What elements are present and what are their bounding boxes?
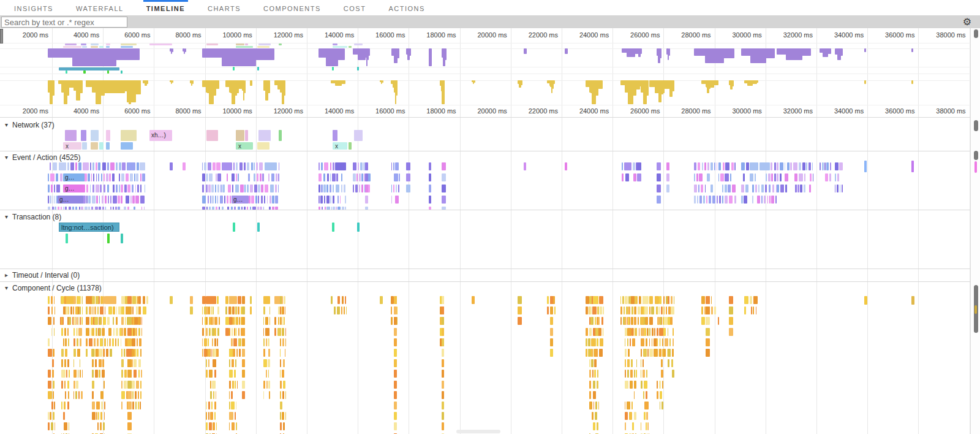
flame-bar[interactable] (625, 296, 628, 304)
minimap-network-bar[interactable] (91, 46, 98, 48)
minimap-network-bar[interactable] (82, 46, 87, 48)
flame-bar[interactable] (92, 370, 94, 378)
flame-bar[interactable] (636, 328, 637, 336)
minimap-network-bar[interactable] (91, 44, 99, 45)
flame-bar[interactable] (280, 359, 281, 367)
minimap-component-spike[interactable] (646, 80, 649, 96)
flame-bar[interactable] (138, 370, 140, 378)
flame-bar[interactable] (597, 381, 598, 389)
flame-bar[interactable] (263, 381, 265, 389)
flame-bar[interactable] (593, 391, 596, 399)
flame-bar[interactable] (140, 381, 141, 389)
flame-bar[interactable] (250, 185, 253, 192)
flame-bar[interactable] (632, 422, 634, 430)
minimap-network-bar[interactable] (236, 44, 244, 45)
flame-bar[interactable] (88, 196, 90, 204)
flame-bar[interactable] (216, 328, 216, 336)
flame-bar[interactable] (220, 196, 224, 204)
flame-bar[interactable] (215, 185, 216, 192)
flame-bar[interactable] (278, 317, 279, 325)
flame-bar[interactable] (282, 370, 284, 378)
flame-bar[interactable] (345, 296, 346, 304)
flame-bar[interactable] (145, 185, 145, 192)
minimap-event-spike[interactable] (185, 48, 186, 52)
event-bar-labeled[interactable]: g… (63, 173, 85, 181)
flame-bar[interactable] (663, 296, 665, 304)
flame-bar[interactable] (755, 173, 756, 181)
flame-bar[interactable] (119, 173, 120, 181)
flame-bar[interactable] (75, 306, 78, 314)
flame-bar[interactable] (121, 338, 122, 346)
flame-bar[interactable] (214, 338, 216, 346)
flame-bar[interactable] (663, 306, 664, 314)
flame-bar[interactable] (121, 370, 123, 378)
flame-bar[interactable] (107, 317, 110, 325)
flame-bar[interactable] (631, 402, 633, 409)
minimap-network-bar[interactable] (106, 44, 110, 45)
flame-bar[interactable] (206, 412, 207, 420)
flame-bar[interactable] (282, 306, 284, 314)
minimap-event-spike[interactable] (669, 48, 670, 56)
flame-bar[interactable] (625, 422, 626, 430)
flame-bar[interactable] (591, 338, 595, 346)
flame-bar[interactable] (279, 162, 279, 170)
flame-bar[interactable] (82, 306, 83, 314)
flame-bar[interactable] (333, 162, 334, 170)
flame-bar[interactable] (785, 173, 788, 181)
flame-bar[interactable] (127, 296, 132, 304)
flame-bar[interactable] (394, 328, 397, 336)
flame-bar[interactable] (641, 381, 643, 389)
horizontal-scrollbar-thumb[interactable] (456, 430, 500, 433)
flame-bar[interactable] (761, 185, 764, 192)
flame-bar[interactable] (318, 185, 320, 192)
flame-bar[interactable] (103, 317, 105, 325)
flame-bar[interactable] (622, 296, 624, 304)
flame-bar[interactable] (335, 162, 346, 170)
flame-bar[interactable] (113, 185, 115, 192)
flame-bar[interactable] (238, 296, 241, 304)
flame-bar[interactable] (229, 381, 231, 389)
flame-bar[interactable] (99, 359, 102, 367)
flame-bar[interactable] (380, 296, 383, 304)
event-bar-labeled[interactable]: g… (232, 196, 249, 204)
flame-bar[interactable] (429, 207, 431, 210)
minimap-component-spike[interactable] (172, 80, 173, 83)
flame-bar[interactable] (208, 162, 212, 170)
flame-bar[interactable] (91, 207, 93, 210)
minimap-event-spike[interactable] (445, 48, 447, 60)
flame-bar[interactable] (263, 391, 264, 399)
minimap-event-spike[interactable] (864, 48, 866, 52)
flame-bar[interactable] (711, 306, 713, 314)
flame-bar[interactable] (127, 162, 135, 170)
flame-bar[interactable] (442, 173, 446, 181)
flame-bar[interactable] (242, 338, 245, 346)
flame-bar[interactable] (643, 391, 644, 399)
flame-bar[interactable] (591, 359, 593, 367)
flame-bar[interactable] (190, 306, 193, 314)
flame-bar[interactable] (651, 306, 654, 314)
flame-bar[interactable] (694, 162, 696, 170)
flame-bar[interactable] (229, 306, 231, 314)
flame-bar[interactable] (442, 359, 444, 367)
minimap-network-bar[interactable] (257, 46, 270, 48)
flame-bar[interactable] (750, 173, 753, 181)
flame-bar[interactable] (86, 185, 88, 192)
flame-bar[interactable] (657, 349, 658, 357)
flame-bar[interactable] (589, 328, 591, 336)
flame-bar[interactable] (92, 391, 94, 399)
flame-bar[interactable] (82, 370, 83, 378)
section-header-transaction[interactable]: ▾Transaction (8) (5, 212, 61, 221)
flame-bar[interactable] (67, 162, 69, 170)
flame-bar[interactable] (705, 185, 706, 192)
event-bar-labeled[interactable]: g… (58, 196, 83, 204)
minimap-network-bar[interactable] (245, 44, 248, 45)
flame-bar[interactable] (771, 173, 773, 181)
flame-bar[interactable] (229, 317, 231, 325)
minimap-component-spike[interactable] (732, 80, 734, 86)
flame-bar[interactable] (53, 196, 53, 204)
minimap-component-spike[interactable] (80, 80, 83, 93)
flame-bar[interactable] (636, 296, 636, 304)
flame-bar[interactable] (79, 207, 80, 210)
flame-bar[interactable] (630, 381, 633, 389)
flame-bar[interactable] (48, 196, 49, 204)
